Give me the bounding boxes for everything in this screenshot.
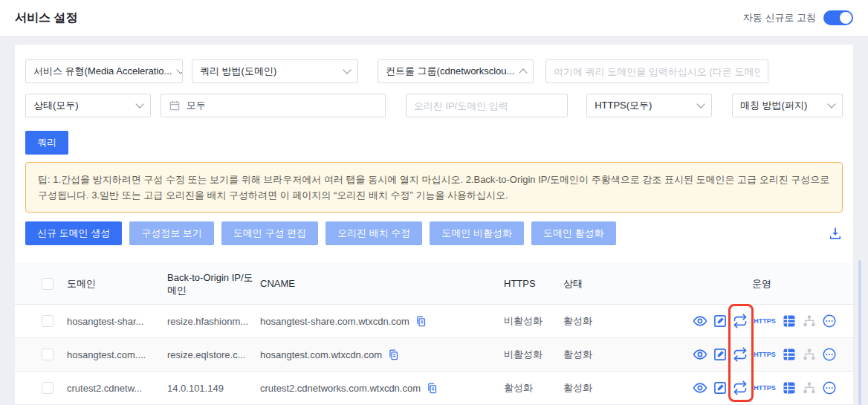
col-ops: 운영	[681, 277, 853, 291]
filter-row-1: 서비스 유형(Media Acceleratio... 쿼리 방법(도메인) 컨…	[25, 59, 843, 83]
cname-cell: hosangtest-share.com.wtxcdn.com	[260, 316, 409, 327]
chevron-down-icon	[135, 100, 143, 108]
edit-icon[interactable]	[713, 347, 728, 362]
table-config-icon[interactable]	[782, 380, 797, 395]
chevron-down-icon	[343, 65, 351, 74]
match-method-select[interactable]: 매칭 방법(퍼지)	[732, 94, 843, 117]
view-icon[interactable]	[693, 314, 707, 328]
view-icon[interactable]	[693, 347, 707, 362]
match-method-value: 매칭 방법(퍼지)	[740, 99, 807, 112]
operations-cell: HTTPS	[681, 347, 853, 362]
select-all-checkbox[interactable]	[42, 278, 54, 290]
table-config-icon[interactable]	[782, 314, 797, 328]
tip-text: 팁: 1.간섭을 방지하려면 구성 수정 또는 보기를 위해 브라우저에서 여러…	[38, 174, 829, 201]
hierarchy-icon[interactable]	[802, 347, 817, 362]
auto-refresh-label: 자동 신규로 고침	[743, 11, 816, 25]
refresh-icon[interactable]	[733, 347, 748, 362]
action-toolbar: 신규 도메인 생성 구성정보 보기 도메인 구성 편집 오리진 배치 수정 도메…	[25, 221, 843, 245]
https-value: HTTPS(모두)	[595, 99, 652, 112]
more-icon[interactable]	[822, 314, 837, 328]
chevron-up-icon	[519, 68, 528, 77]
copy-icon[interactable]	[387, 349, 400, 361]
auto-refresh-control: 자동 신규로 고침	[743, 10, 853, 25]
disable-domain-button[interactable]: 도메인 비활성화	[430, 221, 524, 245]
origin-cell: resize.eqlstore.c...	[167, 349, 260, 361]
refresh-icon[interactable]	[733, 314, 748, 328]
hierarchy-icon[interactable]	[802, 314, 817, 328]
service-type-value: 서비스 유형(Media Acceleratio...	[33, 65, 172, 78]
auto-refresh-toggle[interactable]	[823, 10, 853, 25]
edit-domain-config-button[interactable]: 도메인 구성 편집	[221, 221, 318, 245]
scrollbar[interactable]	[858, 260, 861, 405]
status-cell: 활성화	[563, 348, 681, 361]
table-row: crutest2.cdnetw... 14.0.101.149 crutest2…	[15, 372, 853, 405]
more-icon[interactable]	[822, 347, 837, 362]
https-status-cell: 비활성화	[504, 314, 563, 328]
copy-icon[interactable]	[426, 382, 438, 395]
toggle-knob	[840, 12, 852, 24]
date-value: 모두	[187, 99, 206, 112]
https-select[interactable]: HTTPS(모두)	[586, 94, 712, 117]
col-https: HTTPS	[504, 278, 563, 289]
edit-origin-batch-button[interactable]: 오리진 배치 수정	[326, 221, 422, 245]
chevron-down-icon	[177, 65, 183, 74]
origin-ip-input[interactable]	[406, 94, 568, 117]
operations-cell: HTTPS	[681, 380, 853, 395]
domain-table: 도메인 Back-to-Origin IP/도메인 CNAME HTTPS 상태…	[15, 263, 853, 405]
download-icon[interactable]	[828, 226, 843, 241]
domain-cell: crutest2.cdnetw...	[67, 383, 167, 394]
status-cell: 활성화	[563, 381, 681, 395]
row-checkbox[interactable]	[42, 382, 54, 394]
query-method-select[interactable]: 쿼리 방법(도메인)	[192, 59, 358, 83]
cname-cell: hosangtest.com.wtxcdn.com	[260, 349, 382, 360]
control-group-value: 컨트롤 그룹(cdnetworksclou...	[386, 65, 514, 78]
col-status: 상태	[563, 277, 681, 291]
tip-banner: 팁: 1.간섭을 방지하려면 구성 수정 또는 보기를 위해 브라우저에서 여러…	[25, 162, 843, 213]
table-config-icon[interactable]	[782, 347, 797, 362]
more-icon[interactable]	[822, 380, 837, 395]
operations-cell: HTTPS	[681, 314, 853, 328]
domain-cell: hosangtest.com....	[67, 349, 167, 360]
view-config-button[interactable]: 구성정보 보기	[129, 221, 214, 245]
status-select[interactable]: 상태(모두)	[25, 94, 151, 117]
status-cell: 활성화	[563, 314, 681, 328]
control-group-select[interactable]: 컨트롤 그룹(cdnetworksclou...	[378, 59, 534, 83]
query-method-value: 쿼리 방법(도메인)	[200, 65, 276, 78]
https-config-button[interactable]: HTTPS	[753, 314, 777, 328]
copy-icon[interactable]	[415, 315, 427, 328]
table-row: hosangtest.com.... resize.eqlstore.c... …	[15, 338, 853, 372]
page-title: 서비스 설정	[15, 10, 77, 26]
col-origin: Back-to-Origin IP/도메인	[167, 271, 260, 297]
create-domain-button[interactable]: 신규 도메인 생성	[25, 221, 122, 245]
col-domain: 도메인	[67, 277, 167, 291]
refresh-icon[interactable]	[733, 380, 748, 395]
filter-row-2: 상태(모두) 모두 HTTPS(모두) 매칭 방법(퍼지)	[25, 94, 843, 117]
service-settings-page: 서비스 설정 자동 신규로 고침 서비스 유형(Media Accelerati…	[0, 0, 868, 405]
https-status-cell: 비활성화	[504, 348, 563, 361]
edit-icon[interactable]	[713, 380, 728, 395]
topbar: 서비스 설정 자동 신규로 고침	[0, 0, 868, 36]
service-type-select[interactable]: 서비스 유형(Media Acceleratio...	[25, 59, 183, 83]
query-domain-input[interactable]	[545, 59, 768, 83]
row-checkbox[interactable]	[42, 315, 54, 327]
origin-cell: resize.hfashionm...	[167, 315, 260, 328]
domain-cell: hosangtest-shar...	[67, 316, 167, 327]
main-card: 서비스 유형(Media Acceleratio... 쿼리 방법(도메인) 컨…	[15, 45, 853, 405]
enable-domain-button[interactable]: 도메인 활성화	[531, 221, 616, 245]
calendar-icon	[169, 100, 181, 111]
table-header: 도메인 Back-to-Origin IP/도메인 CNAME HTTPS 상태…	[15, 263, 853, 305]
date-range-picker[interactable]: 모두	[161, 94, 386, 117]
row-checkbox[interactable]	[42, 349, 54, 360]
https-status-cell: 활성화	[504, 381, 563, 395]
https-config-button[interactable]: HTTPS	[753, 380, 777, 395]
view-icon[interactable]	[693, 380, 707, 395]
query-button[interactable]: 쿼리	[25, 131, 68, 155]
cname-cell: crutest2.cdnetworks.com.wtxcdn.com	[260, 383, 421, 394]
edit-icon[interactable]	[713, 314, 728, 328]
origin-cell: 14.0.101.149	[167, 382, 260, 395]
status-value: 상태(모두)	[33, 99, 79, 112]
hierarchy-icon[interactable]	[802, 380, 817, 395]
https-config-button[interactable]: HTTPS	[753, 347, 777, 362]
table-row: hosangtest-shar... resize.hfashionm... h…	[15, 305, 853, 338]
chevron-down-icon	[696, 100, 705, 108]
